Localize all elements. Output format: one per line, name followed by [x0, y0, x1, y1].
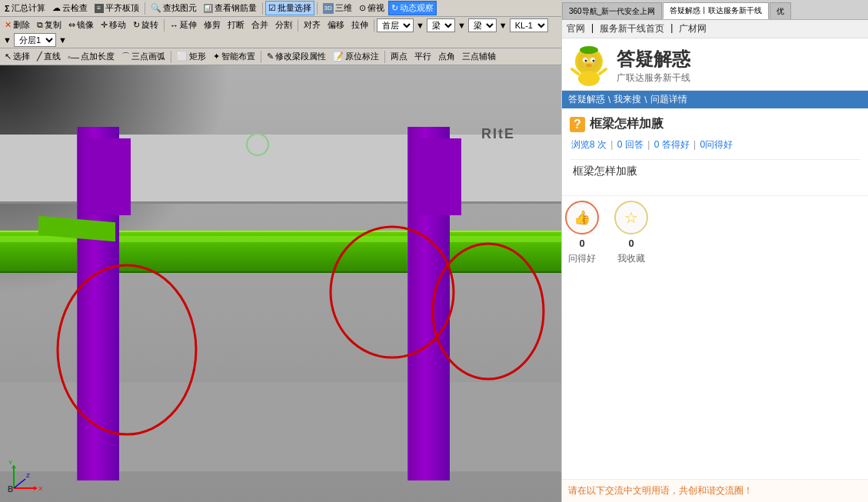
- mirror-icon: ⇔: [68, 20, 75, 30]
- btn-stretch[interactable]: 拉伸: [348, 18, 371, 32]
- svg-point-18: [578, 71, 600, 86]
- site-title-block: 答疑解惑 广联达服务新干线: [617, 47, 690, 85]
- btn-mirror[interactable]: ⇔ 镜像: [65, 18, 97, 32]
- toolbar-row-2: ✕ 删除 ⧉ 复制 ⇔ 镜像 ✛ 移动 ↻ 旋转 ↔ 延伸: [0, 17, 561, 48]
- select-floor-layer[interactable]: 首层: [377, 18, 414, 32]
- tab-you[interactable]: 优: [770, 2, 791, 19]
- like-button[interactable]: 👍: [565, 201, 599, 234]
- btn-in-situ-mark[interactable]: 📝 原位标注: [330, 49, 382, 64]
- bottom-notice: 请在以下交流中文明用语，共创和谐交流圈！: [562, 479, 868, 502]
- btn-point-length[interactable]: ◦— 点加长度: [65, 49, 118, 64]
- btn-split[interactable]: 分割: [272, 18, 295, 32]
- question-title: 框梁怎样加腋: [590, 116, 663, 132]
- btn-merge[interactable]: 合并: [248, 18, 271, 32]
- sep-4: [164, 19, 165, 32]
- btn-select-mode[interactable]: ↖ 选择: [2, 49, 33, 64]
- sep-3: [317, 2, 318, 15]
- purple-top-right: [419, 138, 461, 215]
- purple-top-left: [85, 138, 131, 215]
- 3d-icon: 3D: [323, 3, 334, 14]
- breadcrumb-home[interactable]: 答疑解惑: [568, 93, 605, 106]
- stat-views[interactable]: 浏览8 次: [571, 139, 607, 150]
- arc-icon: ⌒: [121, 51, 130, 62]
- btn-rect[interactable]: ⬜ 矩形: [174, 49, 209, 64]
- sep-6: [374, 19, 374, 32]
- svg-rect-17: [585, 48, 593, 54]
- svg-line-6: [14, 479, 25, 488]
- sep-7: [171, 51, 171, 63]
- stat-good[interactable]: 0问得好: [700, 139, 733, 150]
- site-title: 答疑解惑: [617, 47, 690, 71]
- collect-button[interactable]: ☆: [614, 201, 648, 234]
- tab-360[interactable]: 360导航_新一代安全上网: [562, 2, 662, 19]
- level-icon: ≡: [95, 4, 104, 13]
- btn-break[interactable]: 打断: [224, 18, 248, 32]
- select-element-id[interactable]: KL-1: [510, 18, 548, 32]
- svg-point-14: [593, 60, 595, 62]
- toolbar-level-top[interactable]: ≡ 平齐板顶: [91, 1, 142, 15]
- selection-indicator: [246, 133, 269, 156]
- nav-service[interactable]: 服务新干线首页: [600, 22, 664, 35]
- nav-official[interactable]: 官网: [567, 22, 585, 35]
- observe-icon: ↻: [391, 3, 398, 13]
- select-sublayer[interactable]: 分层1: [14, 33, 56, 47]
- btn-align[interactable]: 对齐: [301, 18, 324, 32]
- cad-viewport[interactable]: RItE X Y: [0, 65, 561, 502]
- angle-label: 点角: [438, 51, 455, 62]
- axis-label: 三点辅轴: [462, 51, 496, 62]
- btn-angle-point[interactable]: 点角: [435, 49, 458, 64]
- toolbar-dynamic-observe[interactable]: ↻ 动态观察: [388, 1, 437, 15]
- svg-point-13: [585, 60, 587, 62]
- right-panel: 360导航_新一代安全上网 答疑解惑丨联达服务新干线 优 官网 | 服务新干线首…: [561, 0, 868, 502]
- toolbar-row-1: Σ 汇总计算 ☁ 云检查 ≡ 平齐板顶 🔍 查找图元 📊 查看钢筋量: [0, 0, 561, 17]
- question-section: ? 框梁怎样加腋 浏览8 次 | 0 回答 | 0 答得好 | 0问得好 框梁怎…: [562, 108, 868, 195]
- rotate-icon: ↻: [133, 20, 140, 30]
- btn-three-axis[interactable]: 三点辅轴: [459, 49, 499, 64]
- svg-text:Z: Z: [26, 472, 30, 479]
- breadcrumb-search[interactable]: 我来搜: [614, 93, 641, 106]
- select-element-name[interactable]: 梁: [468, 18, 497, 32]
- two-point-label: 两点: [391, 51, 407, 62]
- toolbar-view-steel[interactable]: 📊 查看钢筋量: [201, 1, 260, 15]
- btn-draw-line[interactable]: ╱ 直线: [34, 49, 64, 64]
- main-layout: Σ 汇总计算 ☁ 云检查 ≡ 平齐板顶 🔍 查找图元 📊 查看钢筋量: [0, 0, 868, 502]
- toolbar-find-element[interactable]: 🔍 查找图元: [148, 1, 200, 15]
- tab-answer[interactable]: 答疑解惑丨联达服务新干线: [663, 2, 769, 19]
- btn-two-point[interactable]: 两点: [387, 49, 411, 64]
- nav-material[interactable]: 广材网: [679, 22, 707, 35]
- btn-parallel[interactable]: 平行: [411, 49, 434, 64]
- sum-icon: Σ: [5, 4, 10, 13]
- btn-smart-layout[interactable]: ✦ 智能布置: [210, 49, 258, 64]
- sep-8: [261, 51, 261, 63]
- stat-helpful[interactable]: 0 答得好: [654, 139, 690, 150]
- btn-edit-segment[interactable]: ✎ 修改梁段属性: [264, 49, 329, 64]
- btn-move[interactable]: ✛ 移动: [98, 18, 129, 32]
- action-like[interactable]: 👍 0 问得好: [565, 201, 599, 265]
- site-subtitle: 广联达服务新干线: [617, 71, 690, 85]
- sep-2: [262, 2, 263, 15]
- btn-delete[interactable]: ✕ 删除: [2, 18, 33, 32]
- svg-text:B: B: [8, 485, 13, 494]
- toolbar-cloud-check[interactable]: ☁ 云检查: [49, 1, 91, 15]
- btn-extend[interactable]: ↔ 延伸: [167, 18, 200, 32]
- btn-arc[interactable]: ⌒ 三点画弧: [118, 49, 168, 64]
- mark-icon: 📝: [333, 52, 344, 62]
- segment-icon: ✎: [267, 52, 274, 62]
- site-header: 答疑解惑 广联达服务新干线: [562, 38, 868, 91]
- btn-rotate[interactable]: ↻ 旋转: [130, 18, 161, 32]
- btn-offset[interactable]: 偏移: [324, 18, 348, 32]
- toolbar-3d[interactable]: 3D 三维: [320, 1, 355, 15]
- stat-answers[interactable]: 0 回答: [617, 139, 644, 150]
- svg-text:Y: Y: [8, 459, 13, 466]
- toolbar-top-view[interactable]: ⊙ 俯视: [356, 1, 387, 15]
- toolbar-batch-select[interactable]: ☑ 批量选择: [265, 1, 314, 15]
- btn-trim[interactable]: 修剪: [201, 18, 224, 32]
- browser-tabs: 360导航_新一代安全上网 答疑解惑丨联达服务新干线 优: [562, 0, 868, 20]
- toolbar-sum-calc[interactable]: Σ 汇总计算: [2, 1, 48, 15]
- select-element-type[interactable]: 梁: [427, 18, 455, 32]
- batch-icon: ☑: [268, 3, 276, 13]
- action-collect[interactable]: ☆ 0 我收藏: [614, 201, 648, 265]
- right-content: ? 框梁怎样加腋 浏览8 次 | 0 回答 | 0 答得好 | 0问得好 框梁怎…: [562, 108, 868, 502]
- stats-row: 浏览8 次 | 0 回答 | 0 答得好 | 0问得好: [570, 138, 860, 151]
- btn-copy[interactable]: ⧉ 复制: [34, 18, 65, 32]
